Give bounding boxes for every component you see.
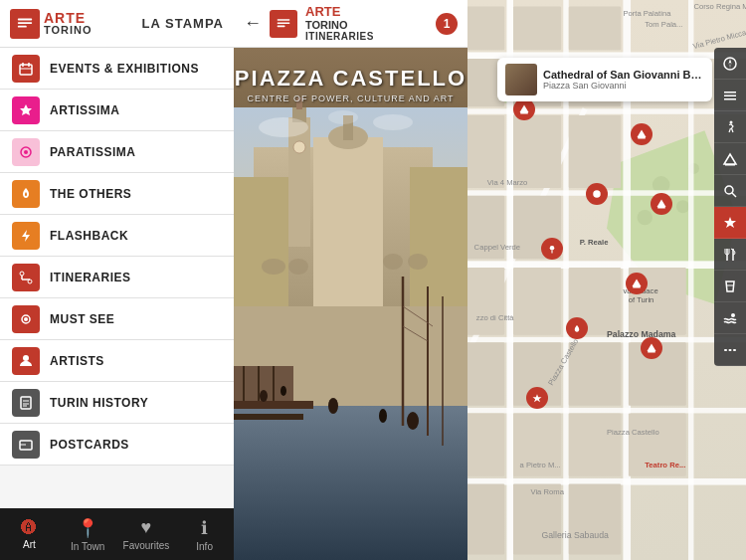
food-button[interactable] [714, 239, 746, 271]
museum-filter-button[interactable] [714, 143, 746, 175]
svg-point-16 [24, 317, 28, 321]
logo-text: ARTE TORINO [44, 11, 93, 36]
art-tab-label: Art [23, 539, 36, 550]
nav-item-turin-history[interactable]: TURIN HISTORY [0, 382, 234, 424]
info-title: Cathedral of San Giovanni Batt... [543, 69, 702, 81]
nav-item-postcards[interactable]: POSTCARDS [0, 424, 234, 466]
map-panel: Via Pietro Micca Via 4 Marzo Cappel Verd… [467, 0, 746, 560]
walk-button[interactable] [714, 111, 746, 143]
swim-button[interactable] [714, 302, 746, 334]
logo-torino: TORINO [44, 25, 93, 36]
must-see-label: MUST SEE [50, 312, 114, 326]
svg-rect-18 [21, 397, 31, 409]
svg-point-54 [407, 412, 419, 430]
middle-header: ← ARTE TORINO ITINERARIES 1 [234, 0, 467, 48]
star-button[interactable] [714, 207, 746, 239]
nav-item-artissima[interactable]: ARTISSIMA [0, 90, 234, 131]
info-subtitle: Piazza San Giovanni [543, 81, 702, 91]
svg-marker-131 [533, 394, 542, 402]
nav-item-must-see[interactable]: MUST SEE [0, 298, 234, 340]
flashback-label: FLASHBACK [50, 229, 128, 243]
svg-rect-137 [724, 94, 736, 96]
svg-point-62 [328, 110, 358, 124]
svg-point-42 [383, 254, 403, 270]
svg-rect-39 [410, 167, 467, 306]
svg-point-41 [288, 259, 308, 275]
svg-point-139 [730, 120, 733, 123]
svg-point-9 [24, 150, 28, 154]
map-marker-4[interactable] [586, 183, 608, 205]
svg-point-61 [373, 114, 413, 130]
middle-sub-label: ITINERARIES [305, 31, 374, 42]
piazza-title-block: PIAZZA CASTELLO CENTRE OF POWER, CULTURE… [234, 66, 467, 103]
back-button[interactable]: ← [244, 13, 262, 34]
svg-point-52 [328, 398, 338, 414]
tab-info[interactable]: ℹ Info [175, 517, 234, 552]
tab-in-town[interactable]: 📍 In Town [59, 517, 117, 552]
nav-item-paratissima[interactable]: PARATISSIMA [0, 131, 234, 173]
svg-point-53 [379, 409, 387, 423]
paratissima-icon [12, 138, 40, 166]
map-marker-6[interactable] [626, 273, 648, 294]
map-marker-3[interactable] [651, 193, 672, 215]
svg-point-51 [280, 386, 286, 396]
map-marker-5[interactable] [541, 238, 563, 260]
nav-list: EVENTS & EXHIBITIONS ARTISSIMA PARATISSI… [0, 48, 234, 508]
svg-point-50 [260, 390, 268, 402]
svg-rect-125 [520, 112, 528, 114]
svg-rect-150 [733, 349, 736, 351]
svg-line-142 [732, 193, 736, 197]
nav-item-events[interactable]: EVENTS & EXHIBITIONS [0, 48, 234, 90]
list-view-button[interactable] [714, 80, 746, 111]
map-marker-9[interactable] [641, 337, 662, 359]
svg-marker-135 [729, 64, 732, 69]
svg-point-129 [550, 246, 555, 251]
svg-point-37 [293, 141, 305, 153]
middle-logo-icon [270, 10, 297, 38]
svg-rect-1 [18, 18, 32, 20]
app-logo: ARTE TORINO [10, 9, 93, 39]
tab-favourites[interactable]: ♥ Favourites [117, 517, 176, 551]
svg-marker-143 [724, 217, 736, 228]
search-map-button[interactable] [714, 175, 746, 207]
svg-rect-136 [724, 92, 736, 93]
nav-item-others[interactable]: THE OTHERS [0, 173, 234, 215]
nav-item-artists[interactable]: ARTISTS [0, 340, 234, 382]
notification-count: 1 [444, 17, 451, 31]
artists-label: ARTISTS [50, 354, 104, 368]
nav-item-flashback[interactable]: FLASHBACK [0, 215, 234, 257]
must-see-icon [12, 305, 40, 333]
info-popup[interactable]: Cathedral of San Giovanni Batt... Piazza… [497, 58, 712, 101]
svg-point-40 [262, 259, 285, 275]
info-text: Cathedral of San Giovanni Batt... Piazza… [543, 69, 702, 91]
logo-arte: ARTE [44, 11, 93, 25]
bottom-tabs: 🅐 Art 📍 In Town ♥ Favourites ℹ Info [0, 508, 234, 560]
events-icon [12, 55, 40, 83]
svg-point-147 [731, 313, 735, 317]
svg-rect-132 [648, 351, 655, 353]
svg-rect-140 [725, 164, 735, 166]
svg-rect-130 [633, 286, 641, 288]
sidebar-header: ARTE TORINO LA STAMPA [0, 0, 234, 48]
favourites-tab-label: Favourites [123, 540, 170, 551]
itineraries-label: ITINERARIES [50, 271, 131, 284]
others-label: THE OTHERS [50, 187, 131, 201]
map-marker-1[interactable] [513, 98, 535, 120]
svg-rect-31 [313, 137, 383, 306]
compass-button[interactable] [714, 48, 746, 80]
turin-history-label: TURIN HISTORY [50, 396, 148, 410]
svg-point-60 [259, 117, 308, 137]
middle-torino-label: TORINO [305, 19, 374, 31]
svg-rect-25 [278, 19, 290, 21]
map-marker-2[interactable] [631, 123, 653, 145]
svg-rect-138 [724, 98, 736, 100]
artists-icon [12, 347, 40, 375]
map-marker-8[interactable] [526, 387, 548, 409]
tab-art[interactable]: 🅐 Art [0, 519, 59, 550]
more-button[interactable] [714, 334, 746, 366]
drink-button[interactable] [714, 271, 746, 302]
map-marker-7[interactable] [566, 317, 588, 339]
nav-item-itineraries[interactable]: ITINERARIES [0, 257, 234, 298]
svg-marker-7 [20, 104, 32, 115]
artissima-icon [12, 96, 40, 124]
